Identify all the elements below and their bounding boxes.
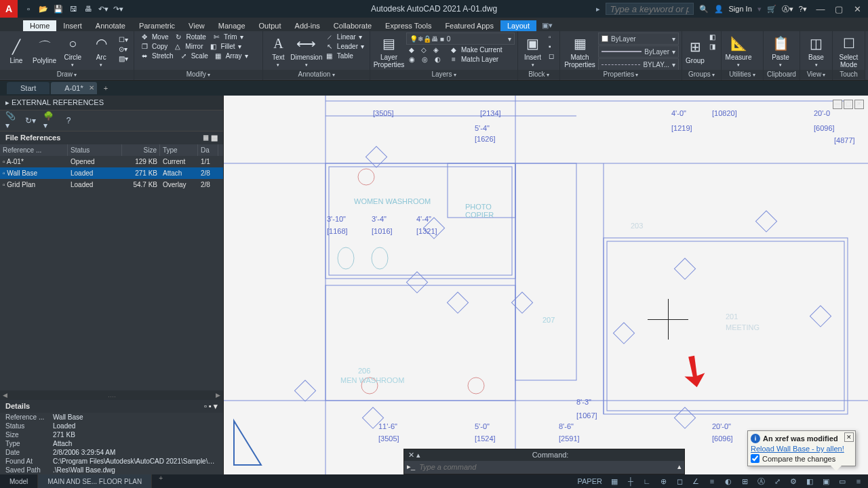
doctab-start[interactable]: Start	[7, 82, 50, 94]
ribbon-overflow-icon[interactable]: ▣▾	[540, 19, 554, 31]
tab-express[interactable]: Express Tools	[378, 20, 438, 31]
draw-ext2[interactable]: ⊙▾	[116, 45, 131, 54]
scroll-right-icon[interactable]: ▶	[216, 392, 220, 399]
tab-collaborate[interactable]: Collaborate	[327, 20, 378, 31]
new-tab-button[interactable]: +	[98, 82, 113, 94]
make-current-button[interactable]: ◆Make Current	[446, 45, 505, 54]
minimize-button[interactable]: —	[812, 2, 829, 16]
polar-icon[interactable]: ⊕	[656, 476, 670, 487]
close-button[interactable]: ✕	[849, 2, 865, 16]
blk-c[interactable]: ◻	[546, 52, 557, 60]
match-layer-button[interactable]: ≡Match Layer	[446, 55, 505, 64]
arc-button[interactable]: ◠Arc▾	[87, 33, 115, 70]
user-icon[interactable]: 👤	[714, 5, 724, 14]
tab-featured[interactable]: Featured Apps	[438, 20, 500, 31]
qat-open-icon[interactable]: 📂	[38, 3, 49, 14]
layer-properties-button[interactable]: ▤LayerProperties	[373, 33, 405, 70]
help-palette-icon[interactable]: ?	[62, 115, 75, 127]
paste-button[interactable]: 📋Paste▾	[766, 33, 795, 70]
lay-b[interactable]: ◇	[418, 45, 429, 54]
tab-parametric[interactable]: Parametric	[132, 20, 182, 31]
tab-insert[interactable]: Insert	[56, 20, 89, 31]
circle-button[interactable]: ○Circle▾	[60, 33, 87, 70]
grp-a[interactable]: ◧	[707, 33, 718, 41]
layout-tab-model[interactable]: Model	[0, 474, 38, 488]
lwt-icon[interactable]: ≡	[705, 476, 719, 487]
xref-list[interactable]: ▫ A-01*Opened129 KBCurrent1/1▫ Wall Base…	[0, 156, 223, 190]
text-button[interactable]: AText▾	[266, 33, 291, 70]
blk-b[interactable]: ▪	[546, 42, 557, 51]
xref-row[interactable]: ▫ A-01*Opened129 KBCurrent1/1	[0, 156, 223, 167]
qat-saveall-icon[interactable]: 🖫	[68, 3, 79, 14]
tab-addins[interactable]: Add-ins	[288, 20, 327, 31]
base-button[interactable]: ◫Base▾	[803, 33, 829, 70]
blk-a[interactable]: ▫	[546, 33, 557, 41]
view-toggle-icon[interactable]: ≣ ▦	[203, 134, 218, 142]
grp-b[interactable]: ◨	[707, 42, 718, 51]
help-search-input[interactable]	[606, 3, 694, 15]
cust-icon[interactable]: ≡	[852, 476, 865, 487]
command-window[interactable]: ✕ ▴Command: ▸_▴	[403, 449, 685, 474]
rotate-button[interactable]: ↻Rotate	[171, 33, 208, 41]
line-button[interactable]: ╱Line	[3, 33, 30, 70]
dimension-button[interactable]: ⟷Dimension▾	[292, 33, 321, 70]
compare-checkbox[interactable]: Compare the changes	[751, 454, 852, 463]
qat-new-icon[interactable]: ▫	[23, 3, 34, 14]
scroll-left-icon[interactable]: ◀	[3, 392, 7, 399]
lay-a[interactable]: ◆	[406, 45, 417, 54]
lay-e[interactable]: ◎	[419, 55, 431, 64]
move-button[interactable]: ✥Move	[137, 33, 171, 41]
array-button[interactable]: ▦Array▾	[211, 52, 251, 60]
column-headers[interactable]: Reference ...StatusSizeTypeDa	[0, 144, 223, 156]
refresh-icon[interactable]: ↻▾	[24, 115, 37, 127]
insert-button[interactable]: ▣Insert▾	[521, 33, 545, 70]
tab-view[interactable]: View	[182, 20, 212, 31]
hw-icon[interactable]: ▣	[819, 476, 833, 487]
share-icon[interactable]: ▸	[596, 5, 600, 14]
tab-home[interactable]: Home	[23, 20, 56, 31]
signin-link[interactable]: Sign In	[729, 5, 752, 13]
close-icon[interactable]: ✕	[89, 84, 94, 92]
leader-button[interactable]: ↖Leader▾	[322, 42, 367, 51]
polyline-button[interactable]: ⌒Polyline	[31, 33, 58, 70]
otrack-icon[interactable]: ∠	[689, 476, 703, 487]
copy-button[interactable]: ❐Copy	[137, 42, 170, 51]
osnap-icon[interactable]: ◻	[673, 476, 686, 487]
command-input[interactable]	[419, 463, 673, 471]
qs-icon[interactable]: ⊞	[738, 476, 751, 487]
doctab-a01[interactable]: A-01*✕	[51, 82, 97, 94]
selectmode-button[interactable]: ☐SelectMode	[835, 33, 862, 70]
lay-d[interactable]: ◉	[406, 55, 418, 64]
attach-icon[interactable]: 📎▾	[5, 115, 18, 127]
a360-icon[interactable]: Ⓐ▾	[782, 4, 793, 14]
anno-icon[interactable]: Ⓐ	[754, 476, 768, 487]
search-icon[interactable]: 🔍	[699, 5, 709, 14]
draw-ext3[interactable]: ▨▾	[116, 54, 131, 63]
draw-ext1[interactable]: ☐▾	[116, 35, 131, 44]
tree-icon[interactable]: 🌳▾	[43, 115, 56, 127]
snap-icon[interactable]: ┼	[624, 476, 637, 487]
measure-button[interactable]: 📐Measure▾	[724, 33, 753, 70]
layout-tab-main[interactable]: MAIN AND SE... FLOOR PLAN	[38, 474, 152, 488]
qat-plot-icon[interactable]: 🖶	[83, 3, 94, 14]
paper-label[interactable]: PAPER	[575, 476, 605, 487]
match-properties-button[interactable]: ▦MatchProperties	[563, 33, 597, 70]
tab-layout[interactable]: Layout	[500, 20, 536, 31]
clean-icon[interactable]: ▭	[835, 476, 849, 487]
app-logo[interactable]: A	[0, 0, 18, 18]
trim-button[interactable]: ✄Trim▾	[209, 33, 246, 41]
lay-c[interactable]: ◈	[431, 45, 441, 54]
fillet-button[interactable]: ◧Fillet▾	[205, 42, 243, 51]
qat-undo-icon[interactable]: ↶▾	[98, 3, 108, 14]
layer-combo[interactable]: 💡❄🔒🖶 ■0▾	[406, 33, 515, 45]
stretch-button[interactable]: ⬌Stretch	[137, 52, 176, 60]
qat-save-icon[interactable]: 💾	[53, 3, 64, 14]
mirror-button[interactable]: △Mirror	[170, 42, 205, 51]
reload-xref-link[interactable]: Reload Wall Base - by allen!	[751, 445, 852, 453]
detail-opt2-icon[interactable]: ▪	[209, 402, 212, 410]
detail-opt1-icon[interactable]: ▫	[204, 402, 207, 410]
transp-icon[interactable]: ◐	[722, 476, 735, 487]
ws-icon[interactable]: ⚙	[787, 476, 800, 487]
maximize-button[interactable]: ▢	[831, 2, 847, 16]
drawing-canvas[interactable]: [3505][2134]4'-0"[10820]20'-05'-4"[1219]…	[224, 96, 868, 474]
